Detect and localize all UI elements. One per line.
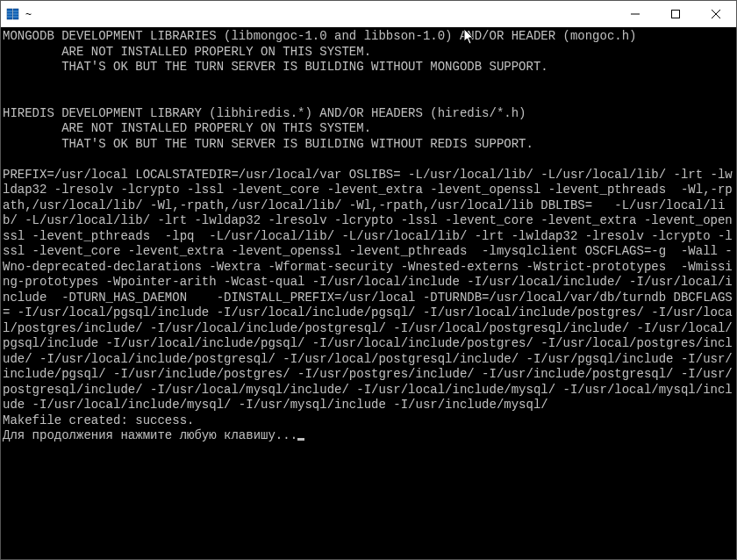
minimize-button[interactable] xyxy=(615,1,655,27)
terminal-line: ARE NOT INSTALLED PROPERLY ON THIS SYSTE… xyxy=(3,45,734,61)
terminal-window: ~ MONGODB DEVELOPMENT LIBRARIES (libmong… xyxy=(0,0,737,560)
terminal-line xyxy=(3,75,734,91)
window-title: ~ xyxy=(25,8,32,20)
terminal-line: Makefile created: success. xyxy=(3,413,734,429)
terminal-prompt-line: Для продолжения нажмите любую клавишу... xyxy=(3,428,734,444)
terminal-line: THAT'S OK BUT THE TURN SERVER IS BUILDIN… xyxy=(3,60,734,75)
svg-rect-9 xyxy=(672,11,680,18)
terminal-line: HIREDIS DEVELOPMENT LIBRARY (libhiredis.… xyxy=(3,106,734,122)
terminal-line xyxy=(3,152,734,168)
close-button[interactable] xyxy=(696,1,736,27)
terminal-line: THAT'S OK BUT THE TURN SERVER IS BUILDIN… xyxy=(3,137,734,153)
prompt-text: Для продолжения нажмите любую клавишу... xyxy=(3,428,297,442)
terminal-output[interactable]: MONGODB DEVELOPMENT LIBRARIES (libmongoc… xyxy=(1,27,736,559)
app-icon xyxy=(6,7,20,21)
terminal-line: PREFIX=/usr/local LOCALSTATEDIR=/usr/loc… xyxy=(3,168,734,413)
terminal-line: MONGODB DEVELOPMENT LIBRARIES (libmongoc… xyxy=(3,29,734,45)
terminal-line xyxy=(3,90,734,106)
maximize-button[interactable] xyxy=(655,1,696,27)
text-cursor xyxy=(297,438,304,441)
window-titlebar: ~ xyxy=(1,1,736,27)
terminal-line: ARE NOT INSTALLED PROPERLY ON THIS SYSTE… xyxy=(3,121,734,137)
